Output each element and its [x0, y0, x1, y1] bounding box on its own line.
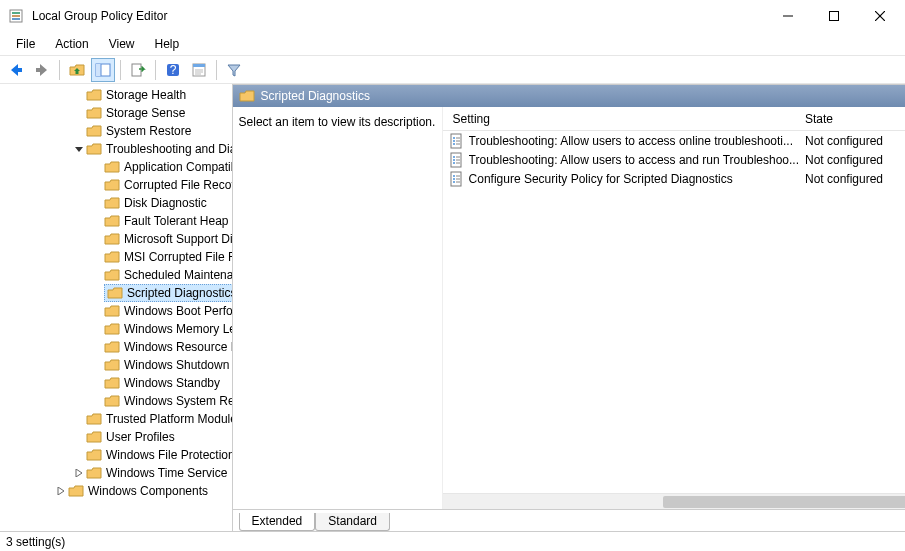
tab-standard[interactable]: Standard	[315, 513, 390, 531]
toolbar-back-button[interactable]	[4, 58, 28, 82]
svg-rect-11	[132, 64, 141, 76]
svg-rect-2	[12, 15, 20, 17]
setting-state: Not configured	[805, 134, 905, 148]
menu-file[interactable]: File	[6, 34, 45, 54]
toolbar-up-button[interactable]	[65, 58, 89, 82]
right-pane: Scripted Diagnostics Select an item to v…	[233, 84, 905, 531]
tree-twisty[interactable]	[72, 469, 86, 477]
statusbar: 3 setting(s)	[0, 531, 905, 551]
list-header: Setting State	[443, 107, 905, 131]
setting-row[interactable]: Troubleshooting: Allow users to access o…	[443, 131, 905, 150]
svg-point-38	[453, 181, 455, 183]
tree-label: Windows Memory Leak	[124, 322, 233, 336]
details-title: Scripted Diagnostics	[261, 89, 370, 103]
tree-label: Windows Standby	[124, 376, 220, 390]
policy-icon	[449, 152, 465, 168]
titlebar: Local Group Policy Editor	[0, 0, 905, 32]
minimize-button[interactable]	[765, 0, 811, 32]
details-header: Scripted Diagnostics	[233, 85, 905, 107]
menu-help[interactable]: Help	[145, 34, 190, 54]
svg-point-27	[453, 156, 455, 158]
folder-icon	[104, 303, 120, 319]
tree-item[interactable]: Windows Boot Performance	[0, 302, 232, 320]
tab-extended[interactable]: Extended	[239, 513, 316, 531]
toolbar-export-button[interactable]	[126, 58, 150, 82]
toolbar-forward-button[interactable]	[30, 58, 54, 82]
tree-item[interactable]: Troubleshooting and Diagnostics	[0, 140, 232, 158]
menubar: File Action View Help	[0, 32, 905, 56]
tree-pane[interactable]: Storage HealthStorage SenseSystem Restor…	[0, 84, 233, 531]
tree-twisty[interactable]	[72, 145, 86, 153]
tree-item[interactable]: Disk Diagnostic	[0, 194, 232, 212]
tree-label: Windows System Responsiveness	[124, 394, 233, 408]
tree-item[interactable]: Windows Standby	[0, 374, 232, 392]
folder-icon	[239, 88, 255, 104]
tree-item[interactable]: Windows System Responsiveness	[0, 392, 232, 410]
tree-label: Application Compatibility	[124, 160, 233, 174]
tree-item[interactable]: Windows Memory Leak	[0, 320, 232, 338]
toolbar-filter-button[interactable]	[222, 58, 246, 82]
folder-icon	[107, 285, 123, 301]
close-button[interactable]	[857, 0, 903, 32]
toolbar-console-tree-button[interactable]	[91, 58, 115, 82]
tree-label: Corrupted File Recovery	[124, 178, 233, 192]
scrollbar-thumb[interactable]	[663, 496, 905, 508]
tree-label: MSI Corrupted File Recovery	[124, 250, 233, 264]
tree-item[interactable]: User Profiles	[0, 428, 232, 446]
tree-label: Scheduled Maintenance	[124, 268, 233, 282]
svg-point-24	[453, 143, 455, 145]
tree-item[interactable]: Microsoft Support Diagnostic Tool	[0, 230, 232, 248]
tree-item[interactable]: Fault Tolerant Heap	[0, 212, 232, 230]
toolbar-separator	[120, 60, 121, 80]
tree-label: Windows Resource Exhaustion	[124, 340, 233, 354]
tree-item[interactable]: Windows Shutdown	[0, 356, 232, 374]
svg-rect-3	[12, 18, 20, 20]
svg-text:?: ?	[170, 63, 177, 77]
setting-row[interactable]: Troubleshooting: Allow users to access a…	[443, 150, 905, 169]
tree-item[interactable]: Corrupted File Recovery	[0, 176, 232, 194]
tree-item[interactable]: Windows File Protection	[0, 446, 232, 464]
tree-twisty[interactable]	[54, 487, 68, 495]
tree-item[interactable]: Storage Sense	[0, 104, 232, 122]
folder-icon	[86, 429, 102, 445]
tree-item[interactable]: Trusted Platform Module	[0, 410, 232, 428]
window-title: Local Group Policy Editor	[32, 9, 167, 23]
tree-item[interactable]: Windows Resource Exhaustion	[0, 338, 232, 356]
tree-item[interactable]: Application Compatibility	[0, 158, 232, 176]
column-state[interactable]: State	[805, 112, 905, 126]
horizontal-scrollbar[interactable]	[443, 493, 905, 509]
toolbar-separator	[216, 60, 217, 80]
tree-item[interactable]: Windows Time Service	[0, 464, 232, 482]
tree-label: Microsoft Support Diagnostic Tool	[124, 232, 233, 246]
folder-icon	[68, 483, 84, 499]
tree-label: Storage Sense	[106, 106, 185, 120]
tree-label: Disk Diagnostic	[124, 196, 207, 210]
folder-icon	[86, 447, 102, 463]
view-tabs: Extended Standard	[233, 509, 905, 531]
toolbar-properties-button[interactable]	[187, 58, 211, 82]
setting-name: Troubleshooting: Allow users to access a…	[469, 153, 805, 167]
menu-view[interactable]: View	[99, 34, 145, 54]
tree-label: System Restore	[106, 124, 191, 138]
main-area: Storage HealthStorage SenseSystem Restor…	[0, 84, 905, 531]
folder-icon	[86, 87, 102, 103]
svg-rect-9	[96, 64, 101, 76]
tree-label: Windows Boot Performance	[124, 304, 233, 318]
column-setting[interactable]: Setting	[443, 112, 805, 126]
maximize-button[interactable]	[811, 0, 857, 32]
setting-row[interactable]: Configure Security Policy for Scripted D…	[443, 169, 905, 188]
tree-item[interactable]: Storage Health	[0, 86, 232, 104]
folder-icon	[104, 213, 120, 229]
tree-item[interactable]: MSI Corrupted File Recovery	[0, 248, 232, 266]
svg-rect-15	[193, 64, 205, 67]
toolbar-help-button[interactable]: ?	[161, 58, 185, 82]
description-panel: Select an item to view its description.	[233, 107, 443, 509]
tree-item[interactable]: Windows Components	[0, 482, 232, 500]
tree-item[interactable]: Scripted Diagnostics	[0, 284, 232, 302]
tree-item[interactable]: Scheduled Maintenance	[0, 266, 232, 284]
folder-icon	[104, 159, 120, 175]
folder-icon	[104, 339, 120, 355]
tree-label: Storage Health	[106, 88, 186, 102]
tree-item[interactable]: System Restore	[0, 122, 232, 140]
menu-action[interactable]: Action	[45, 34, 98, 54]
